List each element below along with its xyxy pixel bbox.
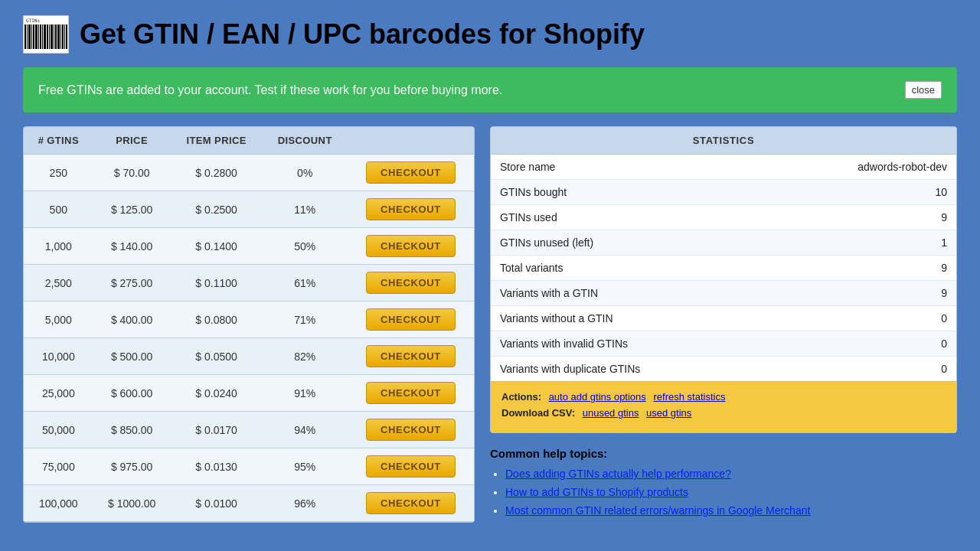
close-button[interactable]: close bbox=[905, 81, 942, 99]
table-row: 1,000 $ 140.00 $ 0.1400 50% CHECKOUT bbox=[24, 228, 474, 265]
cell-checkout: CHECKOUT bbox=[348, 228, 474, 265]
table-row: 100,000 $ 1000.00 $ 0.0100 96% CHECKOUT bbox=[24, 485, 474, 522]
checkout-button[interactable]: CHECKOUT bbox=[366, 235, 456, 257]
cell-gtins: 500 bbox=[24, 191, 93, 228]
cell-item-price: $ 0.2800 bbox=[171, 155, 263, 191]
col-discount: DISCOUNT bbox=[263, 127, 348, 155]
table-row: 75,000 $ 975.00 $ 0.0130 95% CHECKOUT bbox=[24, 448, 474, 485]
action-refresh-statistics[interactable]: refresh statistics bbox=[653, 391, 725, 403]
checkout-button[interactable]: CHECKOUT bbox=[366, 308, 456, 331]
help-link-help-3[interactable]: Most common GTIN related errors/warnings… bbox=[505, 504, 810, 517]
table-header-row: # GTINS PRICE ITEM PRICE DISCOUNT bbox=[24, 127, 474, 155]
cell-checkout: CHECKOUT bbox=[348, 155, 474, 191]
statistics-table: Store name adwords-robot-dev GTINs bough… bbox=[491, 155, 956, 381]
help-link-help-1[interactable]: Does adding GTINs actually help performa… bbox=[505, 468, 731, 480]
cell-discount: 0% bbox=[263, 155, 348, 191]
page-header: GTINs Get GTIN / EAN / UPC barcodes for … bbox=[23, 15, 957, 54]
stats-value: 0 bbox=[768, 357, 956, 382]
table-row: 250 $ 70.00 $ 0.2800 0% CHECKOUT bbox=[24, 155, 474, 191]
svg-rect-17 bbox=[57, 24, 60, 49]
svg-rect-5 bbox=[31, 24, 32, 49]
table-row: 2,500 $ 275.00 $ 0.1100 61% CHECKOUT bbox=[24, 265, 474, 302]
cell-price: $ 850.00 bbox=[93, 412, 171, 448]
help-link-help-2[interactable]: How to add GTINs to Shopify products bbox=[505, 486, 688, 498]
stats-row: GTINs unused (left) 1 bbox=[491, 230, 956, 256]
cell-gtins: 10,000 bbox=[24, 338, 93, 375]
main-content: # GTINS PRICE ITEM PRICE DISCOUNT 250 $ … bbox=[23, 126, 957, 523]
stats-row: GTINs used 9 bbox=[491, 205, 956, 230]
cell-discount: 96% bbox=[263, 485, 348, 522]
stats-value: 9 bbox=[768, 281, 956, 306]
checkout-button[interactable]: CHECKOUT bbox=[366, 161, 456, 184]
svg-rect-4 bbox=[28, 24, 31, 49]
stats-row: Variants with a GTIN 9 bbox=[491, 281, 956, 306]
cell-gtins: 25,000 bbox=[24, 375, 93, 412]
page-title: Get GTIN / EAN / UPC barcodes for Shopif… bbox=[80, 18, 645, 51]
svg-rect-15 bbox=[54, 24, 54, 49]
cell-checkout: CHECKOUT bbox=[348, 302, 474, 338]
checkout-button[interactable]: CHECKOUT bbox=[366, 345, 456, 367]
stats-row: Variants with invalid GTINs 0 bbox=[491, 331, 956, 357]
download-used-gtins[interactable]: used gtins bbox=[646, 407, 691, 419]
svg-rect-18 bbox=[60, 24, 61, 49]
cell-item-price: $ 0.0130 bbox=[171, 448, 263, 485]
table-row: 10,000 $ 500.00 $ 0.0500 82% CHECKOUT bbox=[24, 338, 474, 375]
help-list-item: Does adding GTINs actually help performa… bbox=[505, 468, 957, 480]
barcode-icon: GTINs bbox=[23, 15, 69, 54]
cell-price: $ 70.00 bbox=[93, 155, 171, 191]
stats-value: 9 bbox=[768, 256, 956, 281]
checkout-button[interactable]: CHECKOUT bbox=[366, 492, 456, 514]
stats-label: GTINs bought bbox=[491, 180, 768, 205]
cell-item-price: $ 0.0500 bbox=[171, 338, 263, 375]
cell-checkout: CHECKOUT bbox=[348, 375, 474, 412]
svg-rect-14 bbox=[51, 24, 53, 49]
cell-gtins: 100,000 bbox=[24, 485, 93, 522]
stats-label: Variants with invalid GTINs bbox=[491, 331, 768, 357]
svg-rect-9 bbox=[40, 24, 41, 49]
help-section: Common help topics: Does adding GTINs ac… bbox=[490, 447, 957, 517]
cell-discount: 95% bbox=[263, 448, 348, 485]
checkout-button[interactable]: CHECKOUT bbox=[366, 455, 456, 478]
cell-item-price: $ 0.0800 bbox=[171, 302, 263, 338]
action-auto-add-gtins[interactable]: auto add gtins options bbox=[549, 391, 646, 403]
table-row: 50,000 $ 850.00 $ 0.0170 94% CHECKOUT bbox=[24, 412, 474, 448]
cell-checkout: CHECKOUT bbox=[348, 448, 474, 485]
download-label: Download CSV: bbox=[501, 407, 575, 419]
stats-label: Total variants bbox=[491, 256, 768, 281]
stats-value: 0 bbox=[768, 331, 956, 357]
svg-rect-2 bbox=[24, 24, 26, 49]
stats-value: 9 bbox=[768, 205, 956, 230]
actions-label: Actions: bbox=[501, 391, 541, 403]
stats-row: Store name adwords-robot-dev bbox=[491, 155, 956, 180]
svg-text:GTINs: GTINs bbox=[26, 18, 40, 23]
stats-row: Variants without a GTIN 0 bbox=[491, 306, 956, 331]
banner-text: Free GTINs are added to your account. Te… bbox=[38, 83, 502, 97]
stats-value: 1 bbox=[768, 230, 956, 256]
checkout-button[interactable]: CHECKOUT bbox=[366, 272, 456, 294]
actions-box: Actions: auto add gtins options refresh … bbox=[491, 381, 956, 432]
cell-discount: 71% bbox=[263, 302, 348, 338]
cell-checkout: CHECKOUT bbox=[348, 265, 474, 302]
pricing-table-container: # GTINS PRICE ITEM PRICE DISCOUNT 250 $ … bbox=[23, 126, 475, 523]
col-item-price: ITEM PRICE bbox=[171, 127, 263, 155]
svg-rect-6 bbox=[33, 24, 34, 49]
checkout-button[interactable]: CHECKOUT bbox=[366, 198, 456, 220]
cell-item-price: $ 0.0240 bbox=[171, 375, 263, 412]
svg-rect-19 bbox=[62, 24, 64, 49]
download-unused-gtins[interactable]: unused gtins bbox=[583, 407, 639, 419]
checkout-button[interactable]: CHECKOUT bbox=[366, 382, 456, 404]
statistics-header: STATISTICS bbox=[491, 127, 956, 155]
stats-row: Variants with duplicate GTINs 0 bbox=[491, 357, 956, 382]
checkout-button[interactable]: CHECKOUT bbox=[366, 419, 456, 441]
table-row: 500 $ 125.00 $ 0.2500 11% CHECKOUT bbox=[24, 191, 474, 228]
cell-discount: 61% bbox=[263, 265, 348, 302]
cell-gtins: 50,000 bbox=[24, 412, 93, 448]
cell-checkout: CHECKOUT bbox=[348, 338, 474, 375]
svg-rect-8 bbox=[38, 24, 39, 49]
cell-checkout: CHECKOUT bbox=[348, 191, 474, 228]
svg-rect-10 bbox=[42, 24, 43, 49]
stats-label: Variants without a GTIN bbox=[491, 306, 768, 331]
col-gtins: # GTINS bbox=[24, 127, 93, 155]
cell-price: $ 1000.00 bbox=[93, 485, 171, 522]
stats-label: Variants with duplicate GTINs bbox=[491, 357, 768, 382]
